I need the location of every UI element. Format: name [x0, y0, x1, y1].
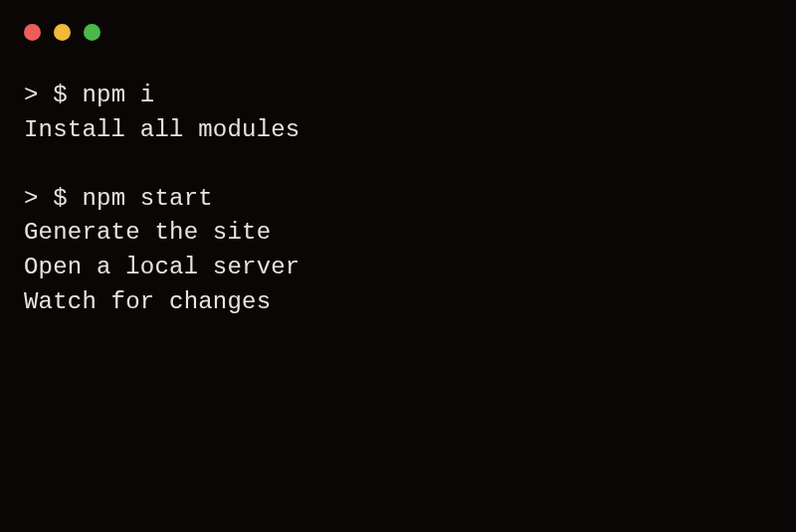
command-block: > $ npm i Install all modules [24, 79, 772, 148]
prompt: > $ [24, 185, 82, 212]
terminal-body[interactable]: > $ npm i Install all modules > $ npm st… [0, 41, 796, 378]
command-text: npm i [82, 82, 154, 108]
command-text: npm start [82, 185, 212, 212]
command-block: > $ npm start Generate the site Open a l… [24, 182, 772, 320]
output-line: Install all modules [24, 113, 772, 148]
window-minimize-button[interactable] [54, 24, 71, 41]
command-line: > $ npm i [24, 79, 772, 113]
window-titlebar [0, 0, 796, 41]
output-line: Watch for changes [24, 285, 772, 320]
window-close-button[interactable] [24, 24, 41, 41]
output-line: Generate the site [24, 216, 772, 251]
window-maximize-button[interactable] [84, 24, 100, 41]
prompt: > $ [24, 82, 82, 108]
output-line: Open a local server [24, 251, 772, 285]
command-line: > $ npm start [24, 182, 772, 217]
